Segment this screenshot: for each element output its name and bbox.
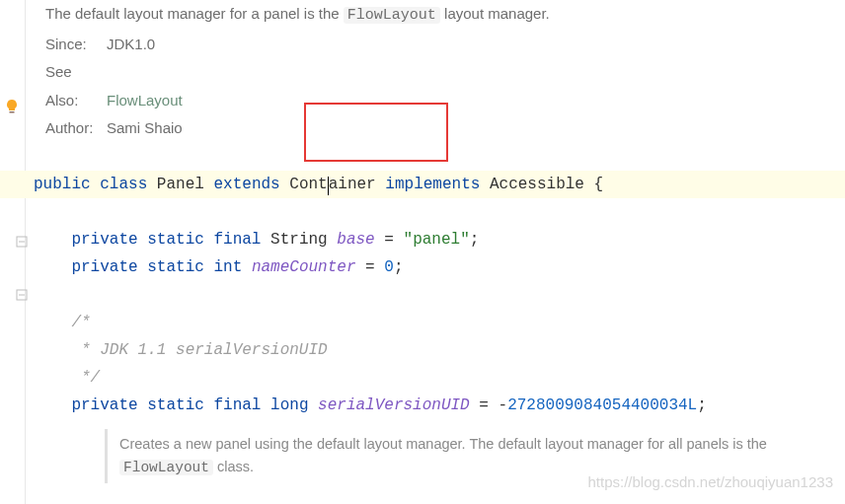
doc-inline-code: FlowLayout [344,7,440,24]
doc-since: Since:JDK1.0 [45,31,845,59]
doc-author: Author:Sami Shaio [45,114,845,143]
class-javadoc: The default layout manager for a panel i… [0,0,845,143]
class-declaration-line[interactable]: public class Panel extends Container imp… [0,171,845,198]
fold-marker-icon[interactable] [16,234,28,246]
svg-rect-0 [10,111,15,113]
superclass-name[interactable]: Container [289,176,375,193]
doc-summary: The default layout manager for a panel i… [45,0,845,31]
doc-see-also: See Also:FlowLayout [45,58,845,114]
watermark-text: https://blog.csdn.net/zhouqiyuan1233 [587,473,833,490]
code-editor[interactable]: public class Panel extends Container imp… [0,143,845,505]
see-also-link[interactable]: FlowLayout [107,92,183,108]
editor-gutter [0,0,26,504]
fold-marker-icon[interactable] [16,287,28,299]
intention-bulb-icon[interactable] [4,99,20,114]
